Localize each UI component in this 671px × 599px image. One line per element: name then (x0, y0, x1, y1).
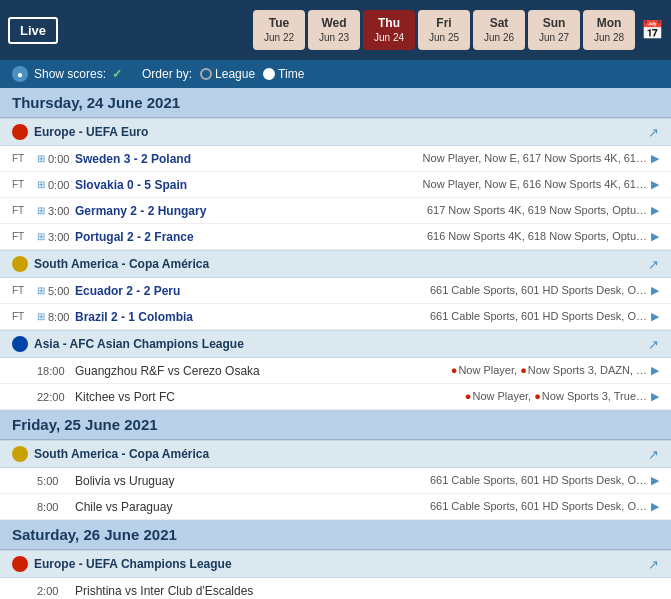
league-name-text: Europe - UEFA Euro (34, 125, 148, 139)
match-time: ⊞8:00 (37, 311, 75, 323)
match-row: 5:00Bolivia vs Uruguay661 Cable Sports, … (0, 468, 671, 494)
arrow-right-icon: ▶ (651, 178, 659, 190)
time-icon: ⊞ (37, 285, 45, 296)
time-icon: ⊞ (37, 205, 45, 216)
match-teams: Prishtina vs Inter Club d'Escaldes (75, 584, 340, 598)
match-channels: 661 Cable Sports, 601 HD Sports Desk, O…… (340, 284, 659, 297)
match-teams: Brazil 2 - 1 Colombia (75, 310, 340, 324)
league-name: South America - Copa América (12, 446, 209, 462)
match-row: FT⊞8:00Brazil 2 - 1 Colombia661 Cable Sp… (0, 304, 671, 330)
external-link-icon[interactable]: ↗ (648, 337, 659, 352)
league-header: South America - Copa América↗ (0, 440, 671, 468)
arrow-right-icon: ▶ (651, 310, 659, 322)
league-header: South America - Copa América↗ (0, 250, 671, 278)
controls-bar: ● Show scores: ✓ Order by: League Time (0, 60, 671, 88)
match-channels: 617 Now Sports 4K, 619 Now Sports, Optu…… (340, 204, 659, 217)
arrow-right-icon: ▶ (651, 364, 659, 376)
day-tab-tue[interactable]: TueJun 22 (253, 10, 305, 51)
time-label: Time (278, 67, 304, 81)
time-icon: ⊞ (37, 153, 45, 164)
day-tab-sun[interactable]: SunJun 27 (528, 10, 580, 51)
league-name: South America - Copa América (12, 256, 209, 272)
league-section: Europe - UEFA Champions League↗2:00Prish… (0, 550, 671, 599)
external-link-icon[interactable]: ↗ (648, 125, 659, 140)
order-by-control: Order by: League Time (142, 67, 304, 81)
day-tab-wed[interactable]: WedJun 23 (308, 10, 360, 51)
league-name: Asia - AFC Asian Champions League (12, 336, 244, 352)
match-time: 2:00 (37, 585, 75, 597)
time-radio[interactable] (263, 68, 275, 80)
arrow-right-icon: ▶ (651, 152, 659, 164)
match-channels: 661 Cable Sports, 601 HD Sports Desk, O…… (340, 474, 659, 487)
league-icon (12, 124, 28, 140)
league-icon (12, 556, 28, 572)
league-header: Europe - UEFA Euro↗ (0, 118, 671, 146)
league-section: South America - Copa América↗FT⊞5:00Ecua… (0, 250, 671, 330)
league-icon (12, 336, 28, 352)
day-tab-thu[interactable]: ThuJun 24 (363, 10, 415, 51)
league-name-text: South America - Copa América (34, 257, 209, 271)
league-name: Europe - UEFA Champions League (12, 556, 232, 572)
arrow-right-icon: ▶ (651, 230, 659, 242)
match-teams: Guangzhou R&F vs Cerezo Osaka (75, 364, 340, 378)
order-time-option[interactable]: Time (263, 67, 304, 81)
external-link-icon[interactable]: ↗ (648, 257, 659, 272)
match-teams: Portugal 2 - 2 France (75, 230, 340, 244)
external-link-icon[interactable]: ↗ (648, 557, 659, 572)
top-navigation: Live TueJun 22WedJun 23ThuJun 24FriJun 2… (0, 0, 671, 60)
arrow-right-icon: ▶ (651, 474, 659, 486)
day-tab-fri[interactable]: FriJun 25 (418, 10, 470, 51)
external-link-icon[interactable]: ↗ (648, 447, 659, 462)
match-teams: Ecuador 2 - 2 Peru (75, 284, 340, 298)
match-time: ⊞3:00 (37, 231, 75, 243)
day-tab-sat[interactable]: SatJun 26 (473, 10, 525, 51)
league-section: Asia - AFC Asian Champions League↗18:00G… (0, 330, 671, 410)
match-channels: Now Player, Now E, 617 Now Sports 4K, 61… (340, 152, 659, 165)
info-icon: ● (12, 66, 28, 82)
order-by-label: Order by: (142, 67, 192, 81)
match-teams: Kitchee vs Port FC (75, 390, 340, 404)
match-time: ⊞0:00 (37, 153, 75, 165)
league-icon (12, 446, 28, 462)
time-icon: ⊞ (37, 231, 45, 242)
league-radio[interactable] (200, 68, 212, 80)
match-time: 5:00 (37, 475, 75, 487)
arrow-right-icon: ▶ (651, 500, 659, 512)
red-dot-icon: ● (465, 390, 472, 402)
match-status: FT (12, 311, 37, 322)
match-channels: 661 Cable Sports, 601 HD Sports Desk, O…… (340, 500, 659, 513)
match-teams: Sweden 3 - 2 Poland (75, 152, 340, 166)
match-channels: 616 Now Sports 4K, 618 Now Sports, Optu…… (340, 230, 659, 243)
league-header: Europe - UEFA Champions League↗ (0, 550, 671, 578)
show-scores-label: Show scores: (34, 67, 106, 81)
match-teams: Chile vs Paraguay (75, 500, 340, 514)
day-tabs: TueJun 22WedJun 23ThuJun 24FriJun 25SatJ… (70, 10, 635, 51)
calendar-icon[interactable]: 📅 (641, 19, 663, 41)
show-scores-control: ● Show scores: ✓ (12, 66, 122, 82)
order-league-option[interactable]: League (200, 67, 255, 81)
league-name: Europe - UEFA Euro (12, 124, 148, 140)
league-label: League (215, 67, 255, 81)
time-icon: ⊞ (37, 311, 45, 322)
day-tab-mon[interactable]: MonJun 28 (583, 10, 635, 51)
red-dot-icon: ● (520, 364, 527, 376)
match-status: FT (12, 153, 37, 164)
day-header: Friday, 25 June 2021 (0, 410, 671, 440)
arrow-right-icon: ▶ (651, 284, 659, 296)
league-name-text: Europe - UEFA Champions League (34, 557, 232, 571)
scores-checkmark[interactable]: ✓ (112, 67, 122, 81)
time-icon: ⊞ (37, 179, 45, 190)
match-time: ⊞3:00 (37, 205, 75, 217)
league-header: Asia - AFC Asian Champions League↗ (0, 330, 671, 358)
match-row: FT⊞3:00Germany 2 - 2 Hungary617 Now Spor… (0, 198, 671, 224)
match-row: 2:00Prishtina vs Inter Club d'Escaldes (0, 578, 671, 599)
league-name-text: South America - Copa América (34, 447, 209, 461)
red-dot-icon: ● (451, 364, 458, 376)
match-time: 18:00 (37, 365, 75, 377)
match-time: 8:00 (37, 501, 75, 513)
match-teams: Slovakia 0 - 5 Spain (75, 178, 340, 192)
match-status: FT (12, 231, 37, 242)
red-dot-icon: ● (534, 390, 541, 402)
match-status: FT (12, 285, 37, 296)
league-name-text: Asia - AFC Asian Champions League (34, 337, 244, 351)
